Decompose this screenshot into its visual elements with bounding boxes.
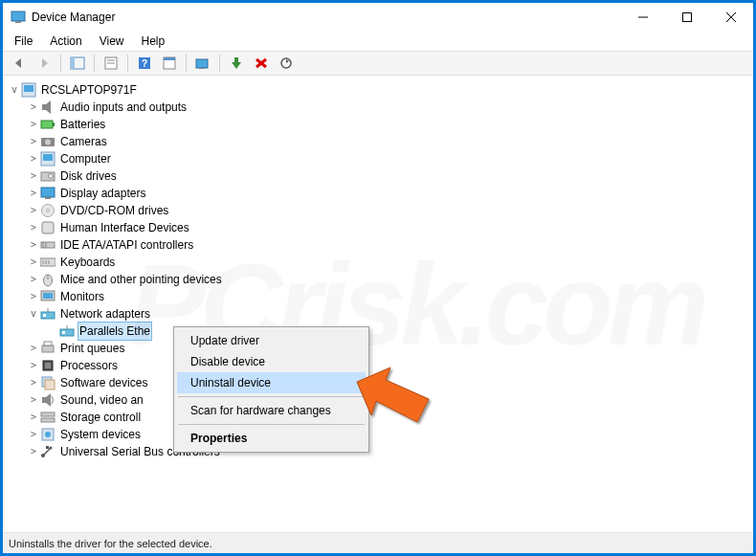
tree-item-label: Audio inputs and outputs	[58, 99, 189, 116]
expand-icon[interactable]: >	[28, 167, 39, 185]
tree-item[interactable]: >Batteries	[7, 116, 749, 133]
tree-item[interactable]: >System devices	[7, 426, 749, 443]
svg-rect-66	[46, 446, 49, 449]
tree-item-label: Batteries	[58, 116, 107, 133]
tree-item-label: Disk drives	[58, 167, 119, 185]
titlebar: Device Manager	[3, 3, 753, 32]
back-button[interactable]	[9, 53, 30, 74]
menu-view[interactable]: View	[100, 34, 124, 48]
menu-action[interactable]: Action	[50, 34, 81, 48]
tree-item[interactable]: >Processors	[7, 357, 749, 374]
svg-rect-58	[45, 380, 55, 389]
context-menu-separator	[178, 424, 365, 425]
uninstall-device-button[interactable]	[251, 53, 272, 74]
tree-item[interactable]: >Audio inputs and outputs	[7, 99, 749, 116]
svg-point-34	[47, 210, 50, 212]
window: Device Manager File Action View Help ? P…	[3, 3, 753, 553]
tree-item[interactable]: >Software devices	[7, 374, 749, 391]
usb-icon	[40, 444, 56, 459]
svg-rect-53	[42, 345, 54, 352]
scan-hardware-button[interactable]	[192, 53, 213, 74]
action-bar-button[interactable]	[159, 53, 180, 74]
svg-rect-3	[683, 13, 692, 22]
forward-button[interactable]	[33, 53, 55, 74]
tree-item[interactable]: >Disk drives	[7, 167, 749, 185]
tree-item[interactable]: >Keyboards	[7, 254, 749, 271]
expand-icon[interactable]: >	[28, 357, 39, 374]
tree-item-label: IDE ATA/ATAPI controllers	[58, 236, 195, 254]
menubar: File Action View Help	[3, 32, 753, 51]
expand-icon[interactable]: >	[28, 254, 39, 271]
tree-root[interactable]: vRCSLAPTOP971F	[7, 81, 749, 99]
expand-icon[interactable]: >	[28, 391, 39, 409]
expand-icon[interactable]: >	[28, 340, 39, 357]
expand-icon[interactable]: >	[28, 150, 39, 167]
tree-item[interactable]: >Universal Serial Bus controllers	[7, 443, 749, 460]
window-controls	[621, 3, 753, 32]
tree-root-label: RCSLAPTOP971F	[39, 81, 139, 99]
svg-rect-0	[11, 11, 25, 21]
tree-item[interactable]: >Print queues	[7, 340, 749, 357]
tree-item[interactable]: >Human Interface Devices	[7, 219, 749, 236]
close-button[interactable]	[709, 3, 753, 32]
tree-item[interactable]: >IDE ATA/ATAPI controllers	[7, 236, 749, 254]
svg-rect-56	[45, 363, 51, 368]
cpu-icon	[40, 358, 56, 373]
expand-icon[interactable]: >	[28, 202, 39, 219]
properties-button[interactable]	[100, 53, 122, 74]
expand-icon[interactable]: >	[28, 426, 39, 443]
context-menu-item[interactable]: Scan for hardware changes	[177, 400, 366, 421]
svg-rect-22	[24, 85, 33, 92]
tree-item-label: Storage controll	[58, 409, 143, 426]
expand-icon[interactable]: v	[28, 305, 39, 322]
svg-rect-59	[41, 412, 55, 416]
expand-icon[interactable]: >	[28, 236, 39, 254]
sound-icon	[40, 392, 56, 408]
tree-item[interactable]: >Mice and other pointing devices	[7, 271, 749, 288]
camera-icon	[40, 134, 56, 149]
tree-item[interactable]: >DVD/CD-ROM drives	[7, 202, 749, 219]
tree-item[interactable]: >Computer	[7, 150, 749, 167]
tree-item[interactable]: >Monitors	[7, 288, 749, 305]
tree-item[interactable]: >Display adapters	[7, 185, 749, 202]
maximize-button[interactable]	[665, 3, 709, 32]
menu-help[interactable]: Help	[142, 34, 166, 48]
expand-icon[interactable]: >	[28, 409, 39, 426]
expand-icon[interactable]: >	[28, 99, 39, 116]
tree-child-item[interactable]: Parallels Ethe	[7, 322, 749, 340]
svg-rect-24	[53, 122, 55, 126]
menu-file[interactable]: File	[14, 34, 33, 48]
expand-icon[interactable]: >	[28, 271, 39, 288]
context-menu-separator	[178, 396, 365, 397]
tree-item[interactable]: >Storage controll	[7, 409, 749, 426]
expand-icon[interactable]: >	[28, 133, 39, 150]
minimize-button[interactable]	[621, 3, 665, 32]
expand-icon[interactable]: >	[28, 374, 39, 391]
expand-icon[interactable]: >	[28, 116, 39, 133]
tree-item-label: Human Interface Devices	[58, 219, 191, 236]
enable-device-button[interactable]	[226, 53, 247, 74]
monitor-icon	[40, 289, 56, 304]
svg-rect-39	[40, 258, 56, 266]
expand-icon[interactable]: >	[28, 185, 39, 202]
tree-item[interactable]: >Sound, video an	[7, 391, 749, 409]
mouse-icon	[40, 272, 56, 287]
expand-icon[interactable]: >	[28, 288, 39, 305]
context-menu-item[interactable]: Disable device	[177, 351, 366, 372]
software-icon	[40, 375, 56, 390]
svg-point-65	[50, 447, 53, 450]
context-menu-item[interactable]: Update driver	[177, 330, 366, 351]
tree-item[interactable]: vNetwork adapters	[7, 305, 749, 322]
tree-item-label: Print queues	[58, 340, 126, 357]
show-hide-tree-button[interactable]	[67, 53, 88, 74]
hid-icon	[40, 220, 56, 235]
context-menu-item[interactable]: Properties	[177, 428, 366, 449]
printer-icon	[40, 341, 56, 356]
expand-icon[interactable]: >	[28, 219, 39, 236]
help-button[interactable]: ?	[134, 53, 155, 74]
expand-icon[interactable]: >	[28, 443, 39, 460]
update-driver-button[interactable]	[276, 53, 297, 74]
tree-item[interactable]: >Cameras	[7, 133, 749, 150]
collapse-icon[interactable]: v	[9, 81, 20, 99]
context-menu-item[interactable]: Uninstall device	[177, 372, 366, 393]
